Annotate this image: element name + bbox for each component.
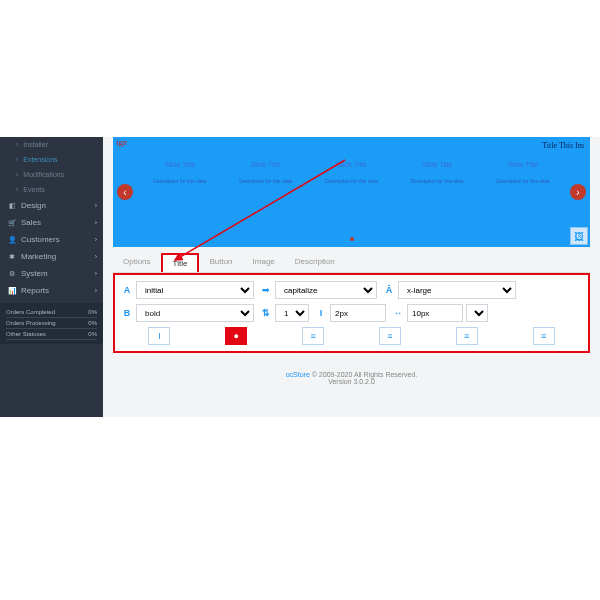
- line-height-mode-select[interactable]: 1: [275, 304, 309, 322]
- align-justify-button[interactable]: ≡: [533, 327, 555, 345]
- chevron-right-icon: ›: [95, 202, 97, 209]
- version-text: Version 3.0.2.0: [328, 378, 375, 385]
- main-content: ige Title This Im ‹ › Slide TitleDescrip…: [103, 137, 600, 417]
- stat-processing: Orders Processing0%: [6, 318, 97, 329]
- slide-item[interactable]: Slide TitleDescription for this slide: [239, 161, 292, 184]
- slide-item[interactable]: Slide TitleDescription for this slide: [411, 161, 464, 184]
- letter-spacing-input[interactable]: [407, 304, 463, 322]
- stat-completed: Orders Completed0%: [6, 307, 97, 318]
- chevron-right-icon: ›: [95, 287, 97, 294]
- brand-link[interactable]: ocStore: [286, 371, 310, 378]
- tabs: Options Title Button Image Description: [113, 253, 590, 273]
- chevron-right-icon: ›: [95, 270, 97, 277]
- chevron-right-icon: ›: [95, 236, 97, 243]
- share-icon: ✱: [8, 253, 16, 261]
- sidebar-item-sales[interactable]: 🛒Sales›: [0, 214, 103, 231]
- image-icon: 🖼: [574, 231, 584, 242]
- sidebar-sub-installer[interactable]: ›Installer: [0, 137, 103, 152]
- transform-icon: ➟: [260, 282, 272, 298]
- cart-icon: 🛒: [8, 219, 16, 227]
- sidebar: ›Installer ›Extensions ›Modifications ›E…: [0, 137, 103, 417]
- design-icon: ◧: [8, 202, 16, 210]
- align-left-button[interactable]: ≡: [302, 327, 324, 345]
- sidebar-item-marketing[interactable]: ✱Marketing›: [0, 248, 103, 265]
- banner-corner-text: ige: [116, 137, 127, 147]
- font-size-select[interactable]: x-large: [398, 281, 516, 299]
- size-icon: Ā: [383, 282, 395, 298]
- sidebar-sub-modifications[interactable]: ›Modifications: [0, 167, 103, 182]
- next-slide-button[interactable]: ›: [570, 184, 586, 200]
- font-icon: A: [121, 282, 133, 298]
- slides-row: Slide TitleDescription for this slide Sl…: [113, 137, 590, 207]
- line-height-input[interactable]: [330, 304, 386, 322]
- pagination-dot[interactable]: [350, 237, 354, 241]
- letter-spacing-unit[interactable]: [466, 304, 488, 322]
- color-button[interactable]: ●: [225, 327, 247, 345]
- slide-item[interactable]: Slide TitleDescription for this slide: [325, 161, 378, 184]
- sidebar-item-system[interactable]: ⚙System›: [0, 265, 103, 282]
- spacing-icon: I: [315, 305, 327, 321]
- tab-options[interactable]: Options: [113, 253, 161, 272]
- prev-slide-button[interactable]: ‹: [117, 184, 133, 200]
- user-icon: 👤: [8, 236, 16, 244]
- tab-title[interactable]: Title: [161, 253, 200, 272]
- bold-icon: B: [121, 305, 133, 321]
- tab-image[interactable]: Image: [243, 253, 285, 272]
- chevron-right-icon: ›: [95, 253, 97, 260]
- gear-icon: ⚙: [8, 270, 16, 278]
- chevron-right-icon: ›: [95, 219, 97, 226]
- tab-button[interactable]: Button: [199, 253, 242, 272]
- text-transform-select[interactable]: capitalize: [275, 281, 377, 299]
- slider-preview: ige Title This Im ‹ › Slide TitleDescrip…: [113, 137, 590, 247]
- stats-panel: Orders Completed0% Orders Processing0% O…: [0, 303, 103, 344]
- font-weight-select[interactable]: bold: [136, 304, 254, 322]
- tab-description[interactable]: Description: [285, 253, 345, 272]
- stat-other: Other Statuses0%: [6, 329, 97, 340]
- italic-button[interactable]: I: [148, 327, 170, 345]
- image-toggle-button[interactable]: 🖼: [570, 227, 588, 245]
- sidebar-item-design[interactable]: ◧Design›: [0, 197, 103, 214]
- banner-right-text: Title This Im: [542, 141, 584, 150]
- slide-item[interactable]: Slide TitleDescription for this slide: [497, 161, 550, 184]
- align-right-button[interactable]: ≡: [456, 327, 478, 345]
- footer: ocStore © 2009-2020 All Rights Reserved.…: [113, 371, 590, 385]
- chart-icon: 📊: [8, 287, 16, 295]
- sidebar-item-reports[interactable]: 📊Reports›: [0, 282, 103, 299]
- letter-icon: ↔: [392, 305, 404, 321]
- sidebar-sub-extensions[interactable]: ›Extensions: [0, 152, 103, 167]
- title-settings-panel: Ainitial ➟capitalize Āx-large Bbold ⇅1 I…: [113, 273, 590, 353]
- lineheight-icon: ⇅: [260, 305, 272, 321]
- font-family-select[interactable]: initial: [136, 281, 254, 299]
- sidebar-sub-events[interactable]: ›Events: [0, 182, 103, 197]
- slide-item[interactable]: Slide TitleDescription for this slide: [153, 161, 206, 184]
- sidebar-item-customers[interactable]: 👤Customers›: [0, 231, 103, 248]
- align-center-button[interactable]: ≡: [379, 327, 401, 345]
